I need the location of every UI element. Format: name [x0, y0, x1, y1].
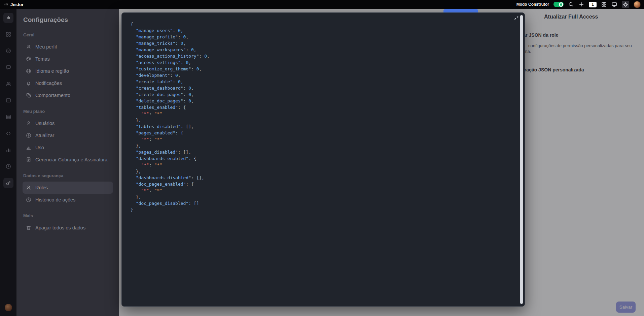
code-line: "create_doc_pages": 0,: [131, 91, 514, 98]
code-line: "doc_pages_enabled": {: [131, 181, 514, 187]
code-line: "doc_pages_disabled": []: [131, 200, 514, 207]
builder-mode-label: Modo Construtor: [516, 2, 549, 7]
plus-icon[interactable]: [578, 1, 584, 7]
gear-icon[interactable]: [622, 1, 629, 8]
brand-name: Jestor: [10, 2, 24, 7]
code-line: "access_settings": 0,: [131, 59, 514, 66]
code-line: "manage_users": 0,: [131, 27, 514, 34]
user-avatar[interactable]: [634, 1, 641, 8]
toggle-knob: [559, 2, 563, 7]
editor-scrollbar[interactable]: [520, 15, 523, 304]
brand[interactable]: Jestor: [3, 2, 24, 7]
code-line: "pages_enabled": {: [131, 130, 514, 136]
notification-count-badge[interactable]: 1: [589, 2, 597, 7]
code-line: "manage_profile": 0,: [131, 34, 514, 40]
code-line: "create_dashboard": 0,: [131, 85, 514, 91]
code-line: "tables_disabled": [],: [131, 123, 514, 130]
code-line: },: [131, 117, 514, 123]
apps-grid-icon[interactable]: [601, 1, 607, 7]
json-editor-modal: { "manage_users": 0, "manage_profile": 0…: [121, 12, 525, 307]
collapse-editor-icon[interactable]: [514, 15, 519, 21]
code-line: }: [131, 207, 514, 213]
code-line: "dashboards_enabled": {: [131, 155, 514, 162]
code-line: "development": 0,: [131, 72, 514, 78]
code-line: },: [131, 194, 514, 200]
jestor-logo-icon: [3, 2, 9, 7]
code-line: "access_actions_history": 0,: [131, 53, 514, 59]
code-line: "customize_org_theme": 0,: [131, 66, 514, 72]
code-line: "*": "*": [131, 110, 514, 117]
code-line: "tables_enabled": {: [131, 104, 514, 110]
builder-mode-toggle[interactable]: [553, 2, 564, 7]
code-line: {: [131, 21, 514, 27]
topbar: Jestor Modo Construtor 1: [0, 0, 644, 9]
code-line: "*": "*": [131, 162, 514, 168]
code-line: "delete_doc_pages": 0,: [131, 98, 514, 104]
code-line: "manage_tricks": 0,: [131, 40, 514, 46]
code-line: },: [131, 143, 514, 149]
code-line: },: [131, 168, 514, 175]
code-line: "*": "*": [131, 136, 514, 143]
code-line: "pages_disabled": [],: [131, 149, 514, 155]
search-icon[interactable]: [568, 1, 574, 7]
topbar-actions: Modo Construtor 1: [516, 1, 641, 8]
display-icon[interactable]: [611, 1, 617, 7]
code-line: "create_table": 0,: [131, 78, 514, 85]
code-line: "dashboards_disabled": [],: [131, 175, 514, 181]
code-line: "*": "*": [131, 187, 514, 194]
json-code-editor[interactable]: { "manage_users": 0, "manage_profile": 0…: [131, 21, 514, 303]
code-line: "manage_workspaces": 0,: [131, 46, 514, 53]
